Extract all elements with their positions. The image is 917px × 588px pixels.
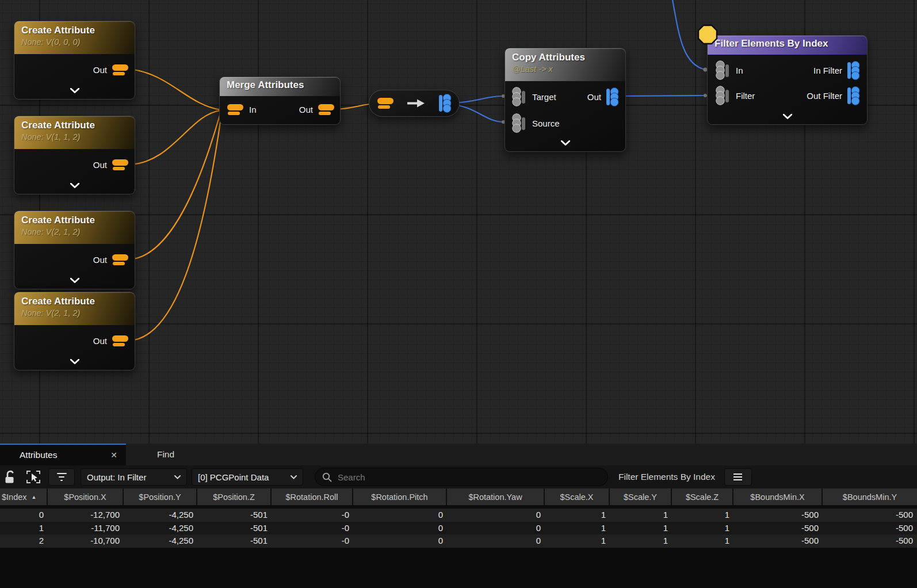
column-header-position-y[interactable]: $Position.Y [124,488,197,505]
unlock-icon[interactable] [3,469,18,484]
tab-attributes[interactable]: Attributes ✕ [0,444,126,465]
column-header-position-x[interactable]: $Position.X [48,488,124,505]
table-cell: 0 [353,534,447,548]
node-create-attribute-4[interactable]: Create Attribute None: V(2, 1, 2) Out [14,292,135,371]
table-cell: -0 [272,534,353,548]
column-header-rotation-yaw[interactable]: $Rotation.Yaw [447,488,545,505]
node-title: Filter Elements By Index [715,38,860,49]
graph-canvas[interactable]: Create Attribute None: V(0, 0, 0) Out Cr… [0,0,917,444]
table-cell: 1 [672,509,733,522]
node-copy-attributes[interactable]: Copy Attributes @Last -> x Target Out [505,48,626,152]
table-cell: 1 [545,522,610,535]
node-header: Copy Attributes @Last -> x [505,48,625,81]
out-pin-orange-icon[interactable] [112,159,129,170]
node-convert-to-point[interactable] [369,90,460,117]
table-cell: 1 [545,509,610,522]
in-pin-orange-icon[interactable] [227,104,244,115]
out-filter-pin-blue-icon[interactable] [847,86,861,106]
column-header-rotation-pitch[interactable]: $Rotation.Pitch [353,488,447,505]
collapse-chevron-icon[interactable] [561,138,570,148]
node-subtitle: None: V(1, 1, 2) [21,132,128,142]
table-cell: -11,700 [48,522,124,535]
table-row-0[interactable]: 0-12,700-4,250-501-000111-500-500 [0,509,917,522]
close-icon[interactable]: ✕ [110,451,117,459]
panel-tab-bar: Attributes ✕ Find [0,444,917,465]
out-filter-pin-label: Out Filter [807,91,842,101]
filter-pin-label: Filter [736,91,755,101]
column-header-label: $Position.Z [213,492,255,502]
node-subtitle: None: V(2, 1, 2) [21,308,128,318]
column-header-label: $Scale.X [560,492,593,502]
filter-pin-gray-icon[interactable] [715,85,731,106]
inspect-badge-icon [697,24,718,47]
target-pin-gray-icon[interactable] [511,86,527,107]
node-create-attribute-2[interactable]: Create Attribute None: V(1, 1, 2) Out [14,116,135,194]
in-pin-orange-icon[interactable] [377,98,394,109]
table-cell: -4,250 [124,509,197,522]
node-create-attribute-1[interactable]: Create Attribute None: V(0, 0, 0) Out [14,21,135,100]
in-pin-gray-icon[interactable] [715,60,731,81]
table-cell: -0 [272,522,353,535]
table-cell: 1 [0,522,48,535]
output-pin-dropdown[interactable]: Output: In Filter [81,468,187,486]
column-header-boundsmin-x[interactable]: $BoundsMin.X [733,488,823,505]
inspected-node-label: Filter Elements By Index [618,472,715,482]
in-filter-pin-label: In Filter [813,66,842,75]
table-cell: -0 [272,509,353,522]
column-header-label: $Index [2,492,27,502]
search-box[interactable] [315,468,608,486]
column-header-rotation-roll[interactable]: $Rotation.Roll [272,488,353,505]
node-title: Copy Attributes [512,52,618,63]
table-cell: 1 [545,534,610,548]
node-filter-elements-by-index[interactable]: Filter Elements By Index In In Filter [707,35,868,125]
menu-icon-button[interactable] [724,468,752,486]
source-pin-gray-icon[interactable] [511,113,527,133]
search-icon [322,472,332,482]
column-header-index[interactable]: $Index▲ [0,488,48,505]
collapse-chevron-icon[interactable] [70,85,79,96]
node-header: Create Attribute None: V(1, 1, 2) [14,116,135,149]
filter-icon-button[interactable] [48,468,75,486]
tab-label: Attributes [20,450,57,460]
collapse-chevron-icon[interactable] [70,275,79,285]
node-header: Create Attribute None: V(2, 1, 2) [14,292,135,325]
tab-label: Find [157,449,174,460]
out-pin-blue-icon[interactable] [606,87,620,107]
column-header-position-z[interactable]: $Position.Z [197,488,272,505]
out-pin-orange-icon[interactable] [112,64,129,75]
out-pin-orange-icon[interactable] [318,104,335,115]
target-pin-label: Target [532,92,556,102]
attributes-panel: Attributes ✕ Find [0,444,917,588]
column-header-scale-z[interactable]: $Scale.Z [672,488,733,505]
out-pin-label: Out [93,160,107,170]
collapse-chevron-icon[interactable] [70,356,79,366]
node-merge-attributes[interactable]: Merge Attributes In Out [219,77,341,125]
tab-find[interactable]: Find [126,444,205,465]
out-pin-orange-icon[interactable] [112,254,129,265]
node-title: Create Attribute [21,25,128,36]
collapse-chevron-icon[interactable] [783,111,792,121]
out-pin-label: Out [93,255,107,265]
out-pin-orange-icon[interactable] [112,335,129,346]
table-cell: 0 [353,522,447,535]
sort-ascending-icon: ▲ [32,494,37,500]
table-row-1[interactable]: 1-11,700-4,250-501-000111-500-500 [0,522,917,535]
column-header-boundsmin-y[interactable]: $BoundsMin.Y [823,488,917,505]
collapse-chevron-icon[interactable] [70,180,79,190]
node-title: Merge Attributes [227,79,333,91]
in-filter-pin-blue-icon[interactable] [847,60,861,81]
search-input[interactable] [337,472,601,483]
node-create-attribute-3[interactable]: Create Attribute None: V(2, 1, 2) Out [14,211,135,289]
marquee-select-icon[interactable] [25,469,41,485]
node-title: Create Attribute [21,120,128,131]
node-subtitle: None: V(2, 1, 2) [21,227,128,236]
table-cell: -500 [823,509,917,522]
table-cell: -501 [197,534,272,548]
data-source-dropdown[interactable]: [0] PCGPoint Data [192,468,303,486]
table-cell: 1 [610,509,672,522]
column-header-label: $Rotation.Yaw [468,492,522,502]
out-pin-blue-icon[interactable] [439,93,452,113]
column-header-scale-x[interactable]: $Scale.X [545,488,610,505]
column-header-scale-y[interactable]: $Scale.Y [610,488,672,505]
table-row-2[interactable]: 2-10,700-4,250-501-000111-500-500 [0,534,917,548]
